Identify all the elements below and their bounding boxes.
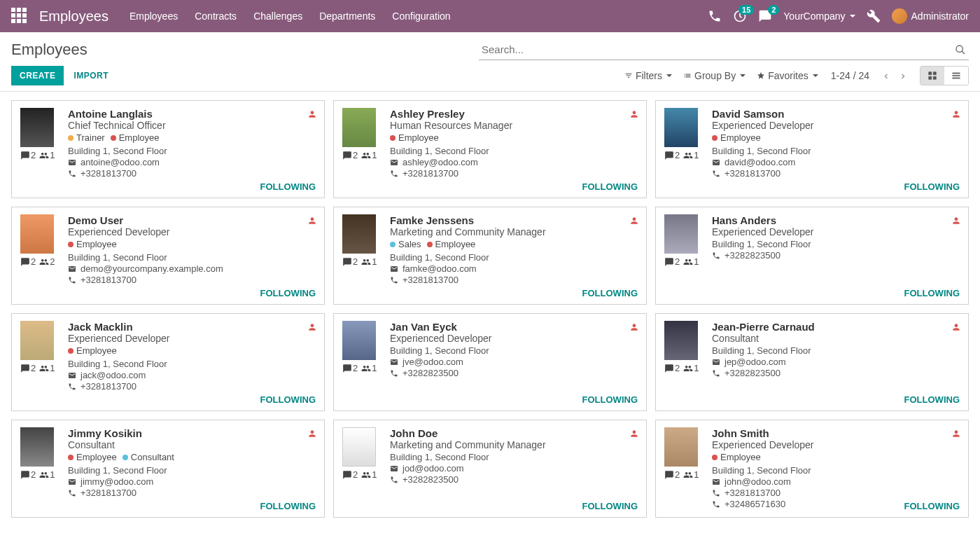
following-button[interactable]: FOLLOWING — [904, 501, 960, 511]
employee-card[interactable]: 21Jean-Pierre CarnaudConsultantBuilding … — [655, 313, 969, 411]
messages-icon[interactable]: 2 — [758, 9, 772, 23]
user-name: Administrator — [911, 11, 969, 22]
filters-dropdown[interactable]: Filters — [624, 70, 672, 81]
related-user-icon[interactable] — [629, 108, 639, 119]
employee-avatar — [342, 214, 376, 254]
related-user-icon[interactable] — [629, 321, 639, 332]
related-user-icon[interactable] — [307, 321, 317, 332]
employee-name: Jean-Pierre Carnaud — [712, 321, 960, 333]
activity-counts: 21 — [664, 256, 704, 267]
related-user-icon[interactable] — [307, 214, 317, 226]
activity-badge: 15 — [738, 5, 754, 15]
related-user-icon[interactable] — [629, 214, 639, 226]
employee-card[interactable]: 21Jack MacklinExperienced DeveloperEmplo… — [11, 313, 325, 411]
user-avatar-icon — [892, 8, 907, 24]
kanban-view-button[interactable] — [920, 67, 944, 85]
debug-icon[interactable] — [867, 9, 881, 23]
employee-email: jve@odoo.com — [390, 357, 638, 367]
related-user-icon[interactable] — [951, 108, 961, 119]
employee-avatar — [664, 321, 698, 360]
following-button[interactable]: FOLLOWING — [582, 288, 638, 298]
related-user-icon[interactable] — [629, 427, 639, 439]
apps-icon[interactable] — [11, 8, 28, 25]
employee-location: Building 1, Second Floor — [390, 146, 638, 156]
activity-counts: 21 — [342, 363, 382, 373]
employee-avatar — [342, 427, 376, 467]
employee-card[interactable]: 21Jan Van EyckExperienced DeveloperBuild… — [333, 313, 647, 411]
company-name: YourCompany — [783, 11, 845, 22]
pager-prev[interactable] — [882, 70, 890, 81]
employee-name: Jack Macklin — [68, 321, 316, 333]
employee-location: Building 1, Second Floor — [68, 465, 316, 476]
employee-avatar — [664, 108, 698, 147]
employee-card[interactable]: 21Hans AndersExperienced DeveloperBuildi… — [655, 207, 969, 305]
employee-card[interactable]: 21Jimmy KosikinConsultantEmployeeConsult… — [11, 420, 325, 518]
employee-phone: +3282823500 — [712, 368, 960, 378]
employee-location: Building 1, Second Floor — [712, 239, 960, 249]
favorites-dropdown[interactable]: Favorites — [757, 70, 818, 81]
related-user-icon[interactable] — [307, 108, 317, 119]
related-user-icon[interactable] — [951, 427, 961, 439]
import-button[interactable]: IMPORT — [74, 71, 108, 81]
activity-counts: 21 — [342, 256, 382, 267]
svg-point-1 — [956, 46, 962, 52]
employee-tags: Employee — [68, 345, 316, 356]
related-user-icon[interactable] — [951, 214, 961, 226]
following-button[interactable]: FOLLOWING — [582, 394, 638, 405]
employee-name: Jimmy Kosikin — [68, 427, 316, 439]
related-user-icon[interactable] — [307, 427, 317, 439]
following-button[interactable]: FOLLOWING — [260, 394, 316, 405]
employee-avatar — [664, 427, 698, 467]
employee-email: jep@odoo.com — [712, 357, 960, 367]
employee-email: demo@yourcompany.example.com — [68, 263, 316, 274]
employee-kanban: 21Antoine LanglaisChief Technical Office… — [0, 92, 980, 526]
employee-phone: +3281813700 — [68, 168, 316, 179]
activity-counts: 21 — [342, 469, 382, 480]
following-button[interactable]: FOLLOWING — [582, 501, 638, 511]
employee-name: John Smith — [712, 427, 960, 439]
employee-phone: +3281813700 — [712, 488, 960, 498]
svg-rect-2 — [929, 72, 932, 75]
nav-item-challenges[interactable]: Challenges — [253, 11, 302, 22]
employee-location: Building 1, Second Floor — [390, 345, 638, 356]
employee-phone: +3281813700 — [68, 275, 316, 285]
employee-card[interactable]: 21David SamsonExperienced DeveloperEmplo… — [655, 100, 969, 198]
nav-item-configuration[interactable]: Configuration — [392, 11, 450, 22]
search-icon[interactable] — [955, 43, 966, 55]
pager-next[interactable] — [899, 70, 907, 81]
search-input[interactable] — [479, 39, 969, 60]
employee-card[interactable]: 22Demo UserExperienced DeveloperEmployee… — [11, 207, 325, 305]
employee-phone: +3281813700 — [712, 168, 960, 179]
groupby-dropdown[interactable]: Group By — [683, 70, 746, 81]
employee-email: antoine@odoo.com — [68, 157, 316, 167]
employee-card[interactable]: 21John SmithExperienced DeveloperEmploye… — [655, 420, 969, 518]
list-view-button[interactable] — [944, 67, 968, 85]
nav-item-contracts[interactable]: Contracts — [195, 11, 237, 22]
employee-email: famke@odoo.com — [390, 263, 638, 274]
following-button[interactable]: FOLLOWING — [904, 181, 960, 192]
user-menu[interactable]: Administrator — [892, 8, 969, 24]
following-button[interactable]: FOLLOWING — [260, 501, 316, 511]
phone-icon[interactable] — [708, 9, 722, 23]
create-button[interactable]: CREATE — [11, 66, 64, 85]
following-button[interactable]: FOLLOWING — [904, 288, 960, 298]
employee-card[interactable]: 21John DoeMarketing and Community Manage… — [333, 420, 647, 518]
following-button[interactable]: FOLLOWING — [904, 394, 960, 405]
following-button[interactable]: FOLLOWING — [260, 181, 316, 192]
employee-card[interactable]: 21Ashley PresleyHuman Resources ManagerE… — [333, 100, 647, 198]
employee-job-title: Human Resources Manager — [390, 120, 638, 131]
employee-phone: +3282823500 — [390, 474, 638, 485]
employee-phone: +3281813700 — [68, 488, 316, 498]
company-switcher[interactable]: YourCompany — [783, 11, 855, 22]
nav-item-departments[interactable]: Departments — [319, 11, 375, 22]
following-button[interactable]: FOLLOWING — [260, 288, 316, 298]
employee-card[interactable]: 21Antoine LanglaisChief Technical Office… — [11, 100, 325, 198]
employee-avatar — [20, 427, 54, 467]
following-button[interactable]: FOLLOWING — [582, 181, 638, 192]
employee-card[interactable]: 21Famke JenssensMarketing and Community … — [333, 207, 647, 305]
employee-avatar — [20, 108, 54, 147]
activity-counts: 21 — [664, 469, 704, 480]
activity-icon[interactable]: 15 — [733, 9, 747, 23]
related-user-icon[interactable] — [951, 321, 961, 332]
nav-item-employees[interactable]: Employees — [130, 11, 178, 22]
